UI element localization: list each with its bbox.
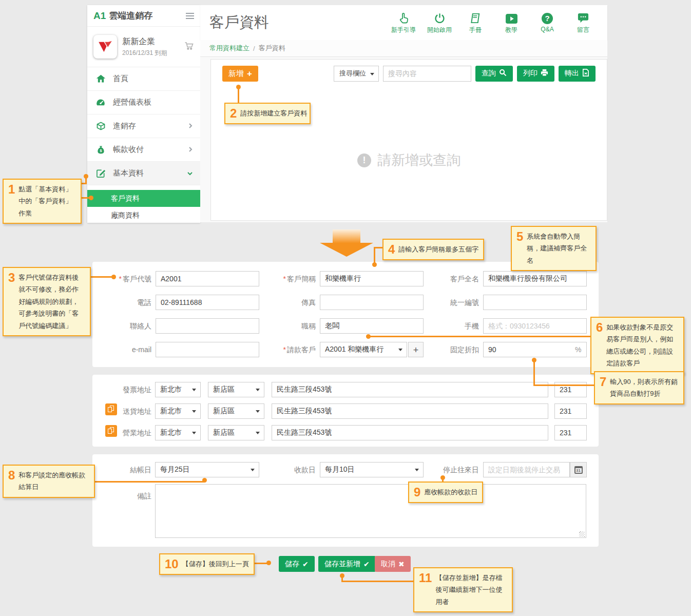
contact-input[interactable] — [156, 318, 259, 334]
customer-short-name-input[interactable] — [320, 271, 424, 286]
hand-pointer-icon — [390, 11, 417, 24]
business-city-select[interactable]: 新北市 — [155, 425, 201, 440]
sidebar-item-dashboard[interactable]: 經營儀表板 — [87, 91, 200, 114]
closing-day-label: 結帳日 — [92, 462, 151, 477]
customer-full-name-label: 客戶全名 — [420, 271, 479, 286]
action-start-enable[interactable]: 開始啟用 — [426, 11, 453, 34]
email-label: e-mail — [92, 342, 151, 357]
invoice-address-label: 發票地址 — [92, 382, 151, 397]
inventory-box-icon — [94, 121, 107, 132]
action-manual[interactable]: 手冊 — [462, 11, 489, 34]
sidebar-item-basic-data[interactable]: 基本資料 — [87, 162, 200, 185]
connector-dot — [440, 475, 445, 480]
big-down-arrow-head — [320, 243, 373, 257]
empty-state-text: 請新增或查詢 — [377, 151, 460, 169]
check-icon: ✔ — [302, 560, 309, 568]
shipping-city-select[interactable]: 新北市 — [155, 403, 201, 419]
page: A1 雲端進銷存 新新企業 2016/12/31 到期 — [0, 0, 691, 616]
required-asterisk: * — [119, 275, 122, 283]
company-logo-icon — [93, 35, 117, 59]
company-expiry: 2016/12/31 到期 — [122, 49, 184, 57]
alert-icon: ! — [357, 153, 371, 167]
connector-line — [374, 247, 375, 264]
resize-grip[interactable] — [579, 531, 585, 537]
business-street-input[interactable] — [272, 425, 548, 440]
connector-dot — [202, 478, 207, 483]
search-field-select[interactable]: 搜尋欄位 — [334, 66, 379, 82]
email-input[interactable] — [156, 342, 259, 357]
shipping-zip-input[interactable] — [554, 403, 587, 419]
breadcrumb-parent[interactable]: 常用資料建立 — [209, 44, 249, 53]
sidebar-item-home[interactable]: 首頁 — [87, 67, 200, 91]
comment-icon — [569, 11, 597, 24]
empty-state: ! 請新增或查詢 — [211, 151, 607, 169]
customer-basic-panel: *客戶代號 *客戶簡稱 客戶全名 電話 傳真 統一編號 聯絡人 職稱 手機 e-… — [92, 262, 599, 367]
query-button[interactable]: 查詢 — [475, 66, 513, 82]
connector-dot — [366, 334, 371, 339]
address-panel: 發票地址 新北市 新店區 送貨地址 新北市 新店區 營業地址 新北市 新店區 — [92, 375, 599, 447]
customer-code-label: *客戶代號 — [92, 271, 151, 286]
customer-code-input[interactable] — [156, 271, 259, 286]
collect-day-select[interactable]: 每月10日 — [320, 462, 424, 477]
list-toolbar: 新增+ 搜尋欄位 查詢 列印 — [211, 60, 607, 87]
cart-icon[interactable] — [184, 41, 194, 53]
phone-input[interactable] — [156, 295, 259, 310]
calendar-button[interactable]: 31 — [570, 462, 587, 477]
sidebar-item-payments[interactable]: $ 帳款收付 — [87, 138, 200, 162]
plus-icon: + — [247, 69, 252, 78]
closing-day-select[interactable]: 每月25日 — [155, 462, 259, 477]
mobile-input[interactable] — [483, 318, 587, 334]
shipping-street-input[interactable] — [272, 403, 548, 419]
connector-dot — [266, 561, 271, 565]
callout-2: 2請按新增建立客戶資料 — [224, 103, 311, 124]
business-address-label: 營業地址 — [92, 425, 151, 440]
customer-short-name-label: *客戶簡稱 — [257, 271, 316, 286]
action-tutorial[interactable]: 教學 — [497, 11, 525, 34]
job-title-input[interactable] — [320, 318, 424, 334]
fax-input[interactable] — [320, 295, 424, 310]
billing-customer-select[interactable]: A2001 和樂機車行 — [320, 342, 407, 357]
shipping-address-label: 送貨地址 — [92, 403, 151, 419]
action-beginner-guide[interactable]: 新手引導 — [390, 11, 417, 34]
callout-4: 4請輸入客戶簡稱最多五個字 — [382, 239, 484, 260]
sidebar-item-inventory[interactable]: 進銷存 — [87, 114, 200, 138]
question-icon: ? — [533, 11, 561, 24]
cross-icon: ✖ — [398, 560, 405, 568]
add-button[interactable]: 新增+ — [222, 66, 258, 82]
sidebar-submenu: 客戶資料 廠商資料 — [87, 190, 200, 223]
fixed-discount-input[interactable] — [483, 342, 587, 357]
action-qa[interactable]: ? Q&A — [533, 11, 561, 34]
save-and-new-button[interactable]: 儲存並新增✔ — [318, 556, 376, 572]
business-district-select[interactable]: 新店區 — [208, 425, 264, 440]
money-bag-icon: $ — [94, 144, 107, 156]
tax-id-input[interactable] — [483, 295, 587, 310]
invoice-city-select[interactable]: 新北市 — [155, 382, 201, 397]
callout-6: 6如果收款對象不是原交易客戶而是別人，例如總店或總公司，則請設定請款客戶 — [590, 317, 684, 374]
home-icon — [94, 73, 107, 85]
cancel-button[interactable]: 取消✖ — [375, 556, 411, 572]
callout-11: 11【儲存並新增】是存檔後可繼續新增下一位使用者 — [413, 567, 513, 612]
shipping-district-select[interactable]: 新店區 — [208, 403, 264, 419]
save-button[interactable]: 儲存✔ — [279, 556, 315, 572]
tax-id-label: 統一編號 — [420, 295, 479, 310]
callout-8: 8和客戶談定的應收帳款結算日 — [3, 465, 95, 498]
customer-full-name-input[interactable] — [483, 271, 587, 286]
sidebar-item-vendor-data[interactable]: 廠商資料 — [87, 207, 200, 223]
stop-date-input[interactable] — [483, 462, 570, 477]
phone-label: 電話 — [92, 295, 151, 310]
invoice-street-input[interactable] — [272, 382, 548, 397]
search-input[interactable] — [383, 66, 471, 82]
export-button[interactable]: 轉出 — [559, 66, 596, 82]
export-file-icon — [582, 69, 589, 78]
print-button[interactable]: 列印 — [517, 66, 554, 82]
business-zip-input[interactable] — [554, 425, 587, 440]
connector-line — [341, 581, 413, 582]
sidebar-item-customer-data[interactable]: 客戶資料 — [87, 190, 200, 207]
action-message[interactable]: 留言 — [569, 11, 597, 34]
note-textarea[interactable] — [155, 484, 586, 538]
hamburger-menu-icon[interactable] — [186, 13, 194, 19]
collect-day-label: 收款日 — [257, 462, 316, 477]
invoice-district-select[interactable]: 新店區 — [208, 382, 264, 397]
connector-line — [91, 276, 113, 278]
fixed-discount-label: 固定折扣 — [420, 342, 479, 357]
